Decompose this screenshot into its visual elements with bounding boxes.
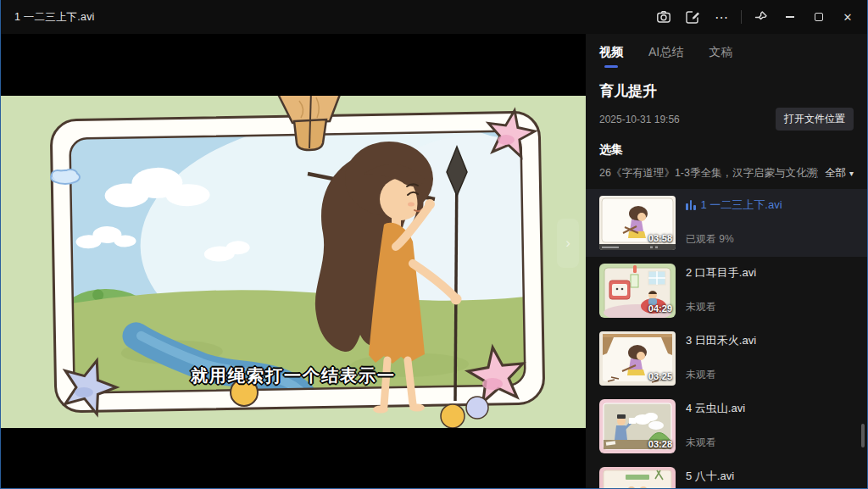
episode-item[interactable]: 03:28 4 云虫山.avi 未观看: [586, 392, 867, 460]
collection-row: 26《字有道理》1-3季全集，汉字启蒙与文化溯源课程/ 全部 ▾: [586, 158, 867, 181]
app-window: 1 一二三上下.avi: [0, 0, 868, 489]
close-icon: ✕: [843, 11, 853, 24]
episode-text: 4 云虫山.avi 未观看: [686, 399, 745, 453]
episode-thumbnail: [599, 467, 676, 488]
more-icon: ⋯: [715, 9, 728, 25]
pin-button[interactable]: [747, 4, 776, 30]
episode-thumbnail: 03:25: [599, 331, 676, 386]
episode-title: 5 八十.avi: [686, 469, 734, 484]
tab-video[interactable]: 视频: [599, 45, 623, 68]
duration-badge: 03:58: [648, 233, 672, 243]
duration-badge: 04:29: [648, 303, 672, 314]
tab-label: 视频: [599, 45, 623, 58]
episode-title: 1 一二三上下.avi: [701, 197, 782, 213]
duration-badge: 03:25: [648, 371, 672, 381]
episode-text: 1 一二三上下.avi 已观看 9%: [686, 196, 782, 250]
screenshot-button[interactable]: [649, 4, 678, 30]
episode-item[interactable]: 04:29 2 口耳目手.avi 未观看: [586, 257, 867, 325]
sidebar-tabs: 视频AI总结文稿: [586, 34, 867, 68]
sidebar: 视频AI总结文稿 育儿提升 2025-10-31 19:56 打开文件位置 选集…: [586, 34, 867, 488]
minimize-icon: [786, 16, 794, 17]
panel-toggle-button[interactable]: ›: [557, 219, 579, 268]
episode-text: 5 八十.avi: [686, 467, 734, 488]
episode-thumbnail: 03:58: [599, 196, 676, 250]
episode-title: 3 日田禾火.avi: [686, 333, 756, 348]
titlebar-actions: ⋯ ✕: [649, 0, 862, 34]
tab-transcript[interactable]: 文稿: [709, 45, 732, 68]
more-button[interactable]: ⋯: [707, 4, 736, 30]
page-title: 育儿提升: [586, 68, 867, 101]
titlebar-divider: [741, 10, 742, 24]
episode-thumbnail: 04:29: [599, 264, 676, 318]
episode-title: 4 云虫山.avi: [686, 401, 745, 416]
episode-text: 2 口耳目手.avi 未观看: [686, 264, 756, 318]
video-player[interactable]: 就用绳索打一个结表示一 ›: [1, 34, 586, 488]
episode-item[interactable]: 03:25 3 日田禾火.avi 未观看: [586, 325, 867, 392]
minimize-button[interactable]: [776, 4, 804, 30]
camera-icon: [656, 9, 671, 25]
file-timestamp: 2025-10-31 19:56: [599, 114, 680, 125]
open-file-location-button[interactable]: 打开文件位置: [776, 108, 854, 131]
notes-button[interactable]: [678, 4, 707, 30]
episode-status: 已观看 9%: [686, 232, 782, 247]
tab-ai-summary[interactable]: AI总结: [648, 45, 683, 68]
episode-status: 未观看: [686, 436, 745, 450]
duration-badge: 03:28: [648, 439, 672, 449]
collection-name: 26《字有道理》1-3季全集，汉字启蒙与文化溯源课程/: [599, 166, 818, 181]
episode-thumbnail: 03:28: [599, 399, 676, 453]
episode-item[interactable]: 03:58 1 一二三上下.avi 已观看 9%: [586, 189, 867, 257]
chevron-right-icon: ›: [565, 235, 570, 252]
episode-title: 2 口耳目手.avi: [686, 265, 756, 281]
titlebar: 1 一二三上下.avi: [1, 0, 867, 34]
maximize-button[interactable]: [804, 4, 833, 30]
window-title: 1 一二三上下.avi: [14, 10, 95, 25]
pin-icon: [754, 9, 769, 25]
close-button[interactable]: ✕: [833, 4, 862, 30]
edit-note-icon: [685, 9, 700, 25]
episode-item[interactable]: 5 八十.avi: [586, 460, 867, 488]
maximize-icon: [815, 13, 823, 21]
episode-status: 未观看: [686, 368, 756, 382]
filter-label: 全部: [825, 166, 846, 181]
episode-text: 3 日田禾火.avi 未观看: [686, 331, 756, 386]
episodes-header: 选集: [586, 131, 867, 158]
thumbnail-art: [599, 467, 676, 488]
tab-label: AI总结: [648, 45, 683, 58]
tab-label: 文稿: [709, 45, 732, 58]
main-area: 就用绳索打一个结表示一 › 视频AI总结文稿 育儿提升 2025-10-31 1…: [1, 34, 867, 488]
episode-status: 未观看: [686, 300, 756, 314]
file-meta-row: 2025-10-31 19:56 打开文件位置: [586, 101, 867, 131]
episode-list: 03:58 1 一二三上下.avi 已观看 9% 04:29 2 口耳目手.av…: [586, 189, 867, 488]
sidebar-scrollbar[interactable]: [861, 424, 865, 447]
video-subtitle: 就用绳索打一个结表示一: [1, 364, 586, 387]
now-playing-icon: [686, 200, 696, 210]
episodes-filter-dropdown[interactable]: 全部 ▾: [825, 166, 854, 181]
active-tab-underline: [604, 65, 618, 68]
caret-down-icon: ▾: [849, 169, 854, 178]
